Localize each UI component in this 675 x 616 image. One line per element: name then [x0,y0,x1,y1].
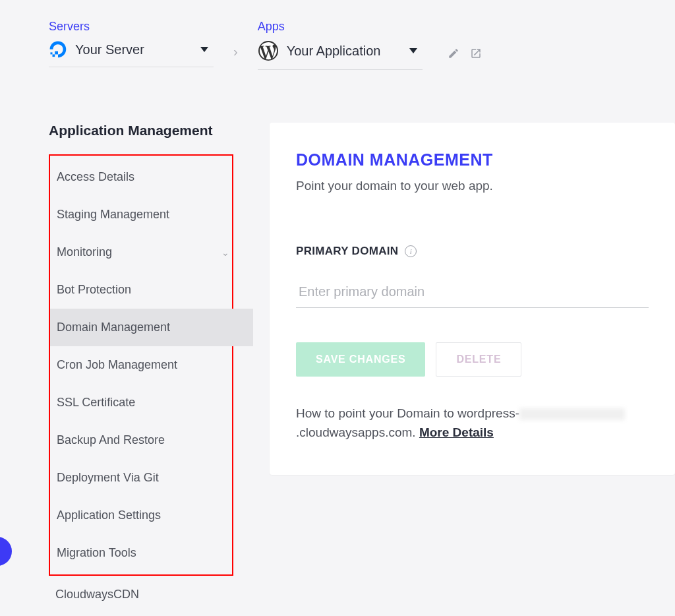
sidebar-item-ssl-certificate[interactable]: SSL Certificate [50,384,232,421]
sidebar-item-migration-tools[interactable]: Migration Tools [50,534,232,572]
sidebar-item-cloudwayscdn[interactable]: CloudwaysCDN [49,576,233,613]
digitalocean-icon [49,40,67,59]
external-link-icon[interactable] [470,47,482,59]
sidebar-item-label: Access Details [57,170,134,184]
more-details-link[interactable]: More Details [419,425,494,439]
sidebar-item-label: Application Settings [57,508,161,522]
sidebar-item-label: Migration Tools [57,546,136,560]
app-selector[interactable]: Your Application [258,40,423,70]
help-prefix: How to point your Domain to wordpress- [296,406,519,420]
button-row: SAVE CHANGES DELETE [296,342,649,377]
sidebar-item-application-settings[interactable]: Application Settings [50,497,232,534]
sidebar-item-bot-protection[interactable]: Bot Protection [50,271,232,309]
apps-label[interactable]: Apps [258,20,423,34]
breadcrumb-actions [448,47,482,70]
sidebar-item-access-details[interactable]: Access Details [50,158,232,196]
sidebar-item-label: Monitoring [57,245,112,259]
pencil-icon[interactable] [448,47,459,59]
help-text: How to point your Domain to wordpress-.c… [296,404,649,442]
sidebar-item-label: SSL Certificate [57,396,135,410]
breadcrumb: Servers Your Server › Apps Your Applicat… [0,0,675,70]
server-name: Your Server [75,42,144,57]
page-subtitle: Point your domain to your web app. [296,179,649,193]
sidebar-item-monitoring[interactable]: Monitoring⌄ [50,233,232,271]
content-card: DOMAIN MANAGEMENT Point your domain to y… [270,123,675,475]
servers-label[interactable]: Servers [49,20,214,34]
sidebar-item-domain-management[interactable]: Domain Management [50,309,253,346]
sidebar-item-label: Backup And Restore [57,433,165,447]
breadcrumb-apps: Apps Your Application [258,20,423,70]
info-icon[interactable]: i [405,245,417,257]
sidebar-item-cron-job-management[interactable]: Cron Job Management [50,346,232,384]
breadcrumb-servers: Servers Your Server [49,20,214,67]
sidebar-item-label: Bot Protection [57,283,131,297]
chevron-down-icon [409,48,417,53]
page-title: DOMAIN MANAGEMENT [296,150,649,169]
primary-domain-input[interactable] [296,280,649,308]
redacted-text [519,408,625,420]
app-name: Your Application [287,44,381,59]
sidebar-item-label: Cron Job Management [57,358,177,372]
sidebar: Application Management Access DetailsSta… [49,123,233,613]
sidebar-item-label: CloudwaysCDN [55,588,139,601]
primary-domain-field: PRIMARY DOMAIN i [296,245,649,308]
save-button[interactable]: SAVE CHANGES [296,342,425,377]
sidebar-title: Application Management [49,123,233,139]
chevron-right-icon: › [233,44,238,70]
server-selector[interactable]: Your Server [49,40,214,67]
wordpress-icon [258,40,279,61]
help-suffix: .cloudwaysapps.com. [296,425,419,439]
sidebar-item-label: Staging Management [57,208,169,222]
sidebar-item-label: Domain Management [57,321,170,334]
sidebar-item-deployment-via-git[interactable]: Deployment Via Git [50,459,232,497]
sidebar-item-label: Deployment Via Git [57,471,159,485]
chevron-down-icon [200,47,208,52]
sidebar-item-staging-management[interactable]: Staging Management [50,196,232,233]
chevron-down-icon: ⌄ [221,247,229,258]
sidebar-item-backup-and-restore[interactable]: Backup And Restore [50,421,232,459]
delete-button[interactable]: DELETE [436,342,521,377]
primary-domain-label: PRIMARY DOMAIN [296,245,398,258]
